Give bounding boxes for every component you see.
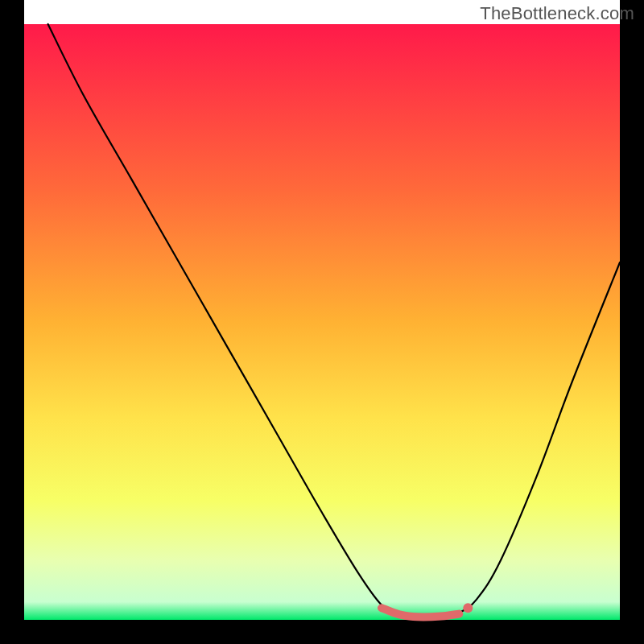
frame-bottom bbox=[0, 620, 644, 644]
bottleneck-chart: TheBottleneck.com bbox=[0, 0, 644, 644]
watermark-text: TheBottleneck.com bbox=[480, 3, 634, 24]
frame-left bbox=[0, 0, 24, 644]
chart-svg bbox=[0, 0, 644, 644]
optimal-point-marker bbox=[463, 603, 473, 613]
frame-right bbox=[620, 0, 644, 644]
plot-background bbox=[24, 24, 620, 620]
